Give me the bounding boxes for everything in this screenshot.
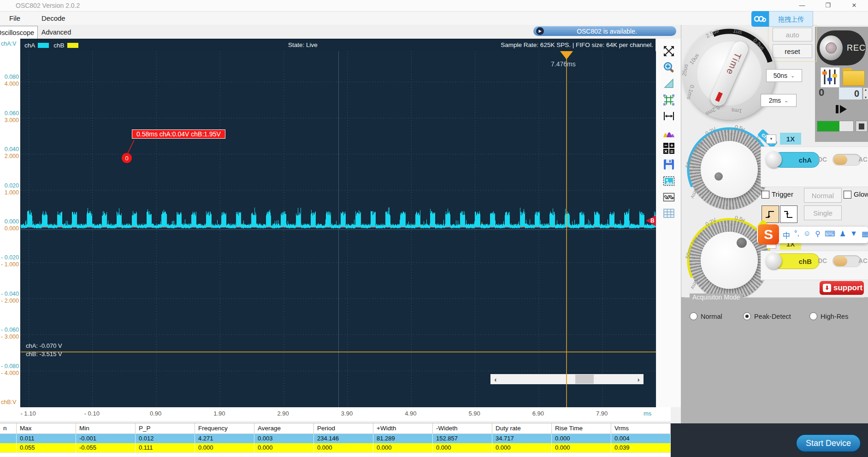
waveform-icon[interactable] — [660, 189, 678, 205]
cha-knob[interactable] — [701, 141, 758, 198]
sogou-logo-icon[interactable]: S — [758, 224, 779, 245]
math-ops-icon[interactable] — [660, 141, 678, 156]
waveform-canvas[interactable] — [21, 51, 656, 408]
h-scrollbar[interactable]: ‹ › — [490, 374, 644, 384]
y-axis-chb-label: chB:V — [1, 399, 16, 405]
cha-probe-dropdown[interactable]: ▾ — [766, 135, 776, 144]
tab-advanced[interactable]: Advanced — [39, 26, 74, 38]
acq-radio-peak-detect[interactable]: Peak-Detect — [743, 312, 791, 320]
table-icon[interactable] — [660, 205, 678, 221]
ime-icon[interactable]: ☺ — [803, 229, 811, 240]
frame-counter: 0 — [819, 87, 824, 99]
tab-oscilloscope[interactable]: Oscilloscope — [0, 26, 38, 39]
start-device-button[interactable]: Start Device — [796, 434, 861, 452]
table-cell: -0.055 — [76, 443, 136, 452]
rising-edge-button[interactable] — [762, 205, 779, 223]
y-tick: 0.0000.000 — [0, 218, 19, 232]
scroll-right-icon[interactable]: › — [633, 375, 644, 383]
cursor-line-overlay — [566, 374, 567, 384]
expand-icon[interactable] — [660, 43, 678, 59]
table-row[interactable]: 0.055-0.0550.1110.0000.0000.0000.0000.00… — [0, 443, 671, 452]
cha-probe-1x[interactable]: 1X — [780, 133, 801, 145]
histogram-icon[interactable] — [660, 124, 678, 140]
trigger-single-button[interactable]: Single — [804, 205, 842, 220]
scrollbar-track[interactable] — [501, 374, 633, 384]
falling-edge-button[interactable] — [780, 205, 797, 223]
ime-icon[interactable]: 中 — [783, 229, 790, 240]
step-play-button[interactable] — [817, 102, 866, 116]
trigger-label: Trigger — [772, 190, 793, 198]
cha-toggle-handle[interactable] — [765, 151, 782, 168]
grid-icon[interactable] — [660, 92, 678, 108]
chb-acdc-toggle[interactable] — [833, 255, 861, 267]
netdisk-logo-icon[interactable] — [751, 11, 769, 27]
stop-button[interactable] — [856, 121, 868, 132]
table-cell: 0.000 — [314, 443, 373, 452]
table-cell: 0.003 — [254, 434, 314, 443]
timebase-large-dropdown[interactable]: 2ms⌄ — [761, 94, 797, 107]
chevron-down-icon: ⌄ — [784, 98, 788, 104]
minimize-button[interactable]: — — [791, 0, 813, 11]
mixer-icon[interactable] — [821, 67, 840, 88]
marker-tooltip[interactable]: 0.58ms chA:0.04V chB:1.95V — [132, 129, 225, 139]
spinner-arrows[interactable]: ▲▼ — [863, 88, 868, 100]
rec-button[interactable]: REC — [817, 30, 866, 65]
upload-tab[interactable]: 拖拽上传 — [769, 11, 813, 27]
radio-icon[interactable] — [809, 312, 817, 320]
ime-icon[interactable]: ♟ — [839, 229, 846, 240]
trigger-normal-button[interactable]: Normal — [804, 188, 842, 203]
reset-button[interactable]: reset — [773, 44, 812, 58]
radio-icon[interactable] — [743, 312, 751, 320]
scrollbar-thumb[interactable] — [575, 375, 594, 384]
legend-chb-label: chB — [53, 42, 64, 49]
chevron-down-icon: ⌄ — [791, 73, 795, 79]
table-cell: 0.000 — [552, 443, 611, 452]
table-row[interactable]: 0.011-0.0010.0124.2710.003234.14681.2891… — [0, 434, 671, 443]
chb-knob[interactable] — [701, 232, 758, 289]
legend-chb-swatch — [67, 43, 78, 48]
ime-icon[interactable]: ▼ — [850, 229, 857, 240]
scope-display[interactable]: chA chB State: Live Sample Rate: 625K SP… — [20, 39, 655, 407]
table-cell: 34.717 — [492, 434, 552, 443]
width-measure-icon[interactable] — [660, 108, 678, 124]
trigger-checkbox[interactable] — [762, 191, 769, 199]
save-icon[interactable] — [660, 157, 678, 172]
maximize-button[interactable]: ❐ — [817, 0, 838, 11]
chb-toggle-handle[interactable] — [765, 252, 782, 269]
chb-dc-label: DC — [818, 257, 827, 264]
status-play-icon[interactable]: ▶ — [536, 27, 544, 35]
set-square-icon[interactable] — [660, 76, 678, 91]
table-cell: 0.000 — [373, 443, 433, 452]
title-bar — [0, 0, 868, 12]
legend-cha-swatch — [38, 43, 49, 48]
radio-icon[interactable] — [690, 312, 697, 320]
table-header-cell: Max — [17, 423, 76, 434]
step-icon — [836, 105, 838, 113]
marker-handle[interactable]: 0 — [122, 153, 132, 163]
ime-toolbar[interactable]: S 中°,☺⚲⌨♟▼▦ — [757, 227, 868, 243]
frame-spinner[interactable]: 0 — [839, 88, 862, 100]
screenshot-icon[interactable] — [660, 173, 678, 189]
scope-state: State: Live — [288, 41, 318, 48]
chb-ac-label: AC — [858, 257, 868, 264]
acq-radio-normal[interactable]: Normal — [690, 312, 722, 320]
close-button[interactable]: ✕ — [844, 0, 865, 11]
table-header-cell: Min — [76, 423, 136, 434]
scroll-left-icon[interactable]: ‹ — [490, 375, 501, 383]
menu-decode[interactable]: Decode — [38, 13, 69, 23]
auto-button[interactable]: auto — [773, 28, 812, 41]
acq-radio-high-res[interactable]: High-Res — [809, 312, 848, 320]
ime-icon[interactable]: ⚲ — [815, 229, 821, 240]
trigger-label-chb: chB: -3.515 V — [26, 351, 62, 357]
ime-icon[interactable]: °, — [794, 229, 799, 240]
support-button[interactable]: ⬇ support — [820, 281, 864, 295]
cha-acdc-toggle[interactable] — [833, 154, 861, 166]
ime-icon[interactable]: ▦ — [862, 229, 868, 240]
menu-file[interactable]: File — [6, 13, 24, 23]
open-file-icon[interactable] — [843, 68, 865, 86]
upload-widget[interactable]: 拖拽上传 — [751, 11, 813, 27]
timebase-small-dropdown[interactable]: 50ns⌄ — [766, 69, 802, 82]
ime-icon[interactable]: ⌨ — [825, 229, 835, 240]
glow-checkbox[interactable] — [844, 191, 851, 199]
zoom-in-icon[interactable] — [660, 59, 678, 75]
